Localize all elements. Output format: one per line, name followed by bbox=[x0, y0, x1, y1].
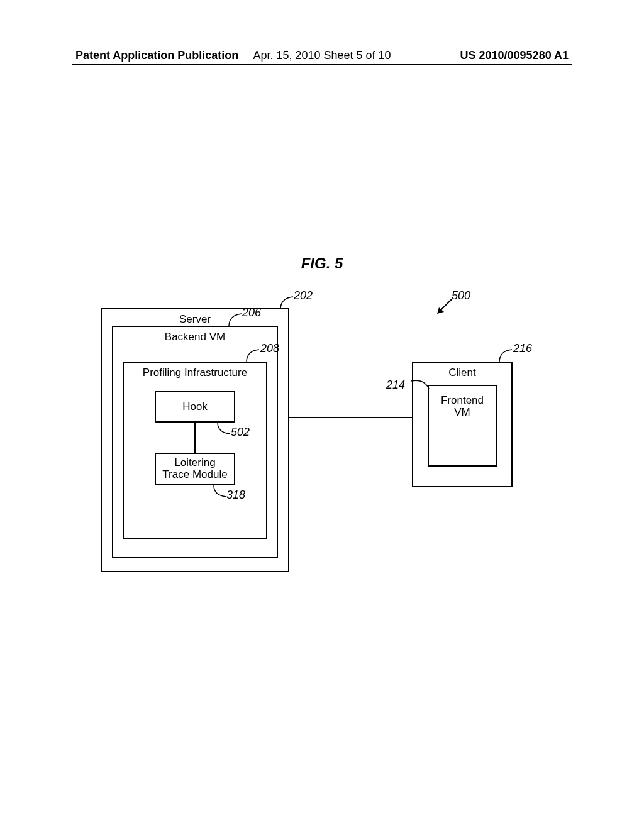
ref-202: 202 bbox=[294, 289, 313, 302]
header-right: US 2010/0095280 A1 bbox=[460, 49, 569, 62]
leader-214 bbox=[410, 377, 431, 391]
ref-208: 208 bbox=[260, 342, 279, 355]
diagram-container: 500 Server 202 Backend VM 206 Profiling … bbox=[0, 289, 644, 604]
profiling-label: Profiling Infrastructure bbox=[124, 367, 266, 379]
ref-216: 216 bbox=[513, 342, 532, 355]
ref-206: 206 bbox=[242, 306, 261, 319]
hook-box: Hook bbox=[155, 391, 235, 423]
connector-line bbox=[194, 423, 196, 453]
ref-502: 502 bbox=[231, 426, 250, 439]
backend-vm-label: Backend VM bbox=[113, 331, 277, 343]
connector-server-client bbox=[289, 416, 412, 419]
header-left: Patent Application Publication bbox=[75, 49, 238, 62]
page-header: Patent Application Publication Apr. 15, … bbox=[0, 49, 644, 62]
ref-318: 318 bbox=[226, 489, 245, 502]
figure-title: FIG. 5 bbox=[301, 255, 343, 272]
frontend-vm-label: Frontend VM bbox=[441, 395, 484, 418]
ref-214: 214 bbox=[386, 379, 405, 392]
arrow-500 bbox=[435, 298, 453, 316]
loitering-box: Loitering Trace Module bbox=[155, 453, 235, 485]
header-rule bbox=[72, 64, 572, 65]
loitering-label: Loitering Trace Module bbox=[162, 457, 227, 480]
header-center: Apr. 15, 2010 Sheet 5 of 10 bbox=[253, 49, 391, 62]
frontend-vm-box: Frontend VM bbox=[428, 385, 497, 467]
ref-500: 500 bbox=[452, 289, 470, 302]
hook-label: Hook bbox=[182, 401, 208, 413]
